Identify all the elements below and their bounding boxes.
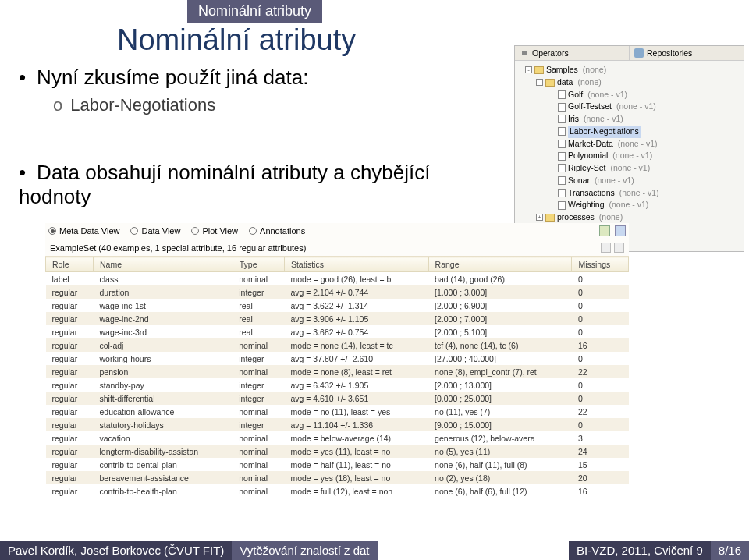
tree-item[interactable]: +processes(none): [516, 211, 742, 224]
grid-icon[interactable]: [601, 243, 611, 253]
table-cell: nominal: [233, 405, 284, 418]
table-row[interactable]: regularshift-differentialintegeravg = 4.…: [46, 392, 629, 405]
tree-item[interactable]: Sonar(none - v1): [516, 175, 742, 187]
table-row[interactable]: regulardurationintegeravg = 2.104 +/- 0.…: [46, 285, 629, 299]
table-cell: 0: [572, 312, 629, 325]
table-cell: regular: [46, 484, 94, 498]
table-cell: mode = none (14), least = tc: [284, 338, 428, 352]
table-cell: [9.000 ; 15.000]: [428, 418, 572, 431]
toolbar-icon[interactable]: [615, 225, 626, 236]
tree-item[interactable]: Iris(none - v1): [516, 113, 742, 126]
tree-item[interactable]: Labor-Negotiations: [516, 126, 742, 138]
radio-icon: [191, 227, 199, 235]
sub-bullet-1: oLabor-Negotiations: [53, 95, 215, 115]
chevron-down-icon[interactable]: [614, 243, 624, 253]
table-cell: integer: [233, 418, 284, 431]
tree-item-detail: (none - v1): [610, 162, 650, 175]
tab-repositories[interactable]: Repositories: [629, 46, 744, 60]
table-cell: integer: [233, 352, 284, 365]
expand-toggle[interactable]: +: [536, 214, 543, 221]
table-cell: nominal: [233, 484, 284, 498]
table-cell: regular: [46, 445, 94, 458]
table-cell: wage-inc-1st: [94, 299, 233, 312]
table-row[interactable]: regularwage-inc-1strealavg = 3.622 +/- 1…: [46, 299, 629, 312]
table-row[interactable]: regularstandby-payintegeravg = 6.432 +/-…: [46, 378, 629, 392]
repository-panel: Operators Repositories -Samples(none)-da…: [514, 45, 744, 252]
tree-item[interactable]: Golf(none - v1): [516, 89, 742, 101]
folder-icon: [534, 66, 544, 74]
example-set-info-row: ExampleSet (40 examples, 1 special attri…: [45, 239, 629, 257]
expand-toggle[interactable]: -: [536, 79, 543, 86]
column-header[interactable]: Range: [428, 257, 572, 272]
table-cell: label: [46, 272, 94, 286]
toolbar-icon[interactable]: [599, 225, 610, 236]
table-cell: nominal: [233, 458, 284, 471]
tree-item-detail: (none - v1): [609, 199, 649, 211]
table-row[interactable]: regulareducation-allowancenominalmode = …: [46, 405, 629, 418]
table-cell: no (5), yes (11): [428, 445, 572, 458]
table-cell: tcf (4), none (14), tc (6): [428, 338, 572, 352]
table-cell: regular: [46, 471, 94, 484]
table-row[interactable]: regularworking-hoursintegeravg = 37.807 …: [46, 352, 629, 365]
tree-item[interactable]: Transactions(none - v1): [516, 187, 742, 200]
tree-item-name: Transactions: [568, 187, 615, 200]
tree-item[interactable]: Weighting(none - v1): [516, 199, 742, 211]
tree-item[interactable]: -data(none): [516, 76, 742, 89]
table-row[interactable]: regularvacationnominalmode = below-avera…: [46, 431, 629, 445]
column-header[interactable]: Name: [94, 257, 233, 272]
footer-page: 8/16: [711, 541, 749, 560]
table-row[interactable]: regularwage-inc-3rdrealavg = 3.682 +/- 0…: [46, 325, 629, 338]
expand-toggle[interactable]: -: [525, 66, 532, 73]
table-cell: regular: [46, 312, 94, 325]
table-row[interactable]: regularcontrib-to-dental-plannominalmode…: [46, 458, 629, 471]
tree-item-name: Polynomial: [568, 150, 608, 162]
meta-data-panel: Meta Data ViewData ViewPlot ViewAnnotati…: [45, 223, 629, 498]
table-cell: 22: [572, 365, 629, 378]
view-option[interactable]: Plot View: [191, 226, 238, 236]
view-option[interactable]: Annotations: [249, 226, 305, 236]
table-row[interactable]: regularpensionnominalmode = none (8), le…: [46, 365, 629, 378]
tab-operators[interactable]: Operators: [515, 46, 629, 60]
view-option[interactable]: Meta Data View: [48, 226, 119, 236]
table-row[interactable]: labelclassnominalmode = good (26), least…: [46, 272, 629, 286]
table-cell: none (6), half (11), full (8): [428, 458, 572, 471]
table-cell: regular: [46, 365, 94, 378]
column-header[interactable]: Statistics: [284, 257, 428, 272]
tree-item-detail: (none - v1): [619, 187, 659, 200]
tree-item[interactable]: -Samples(none): [516, 64, 742, 76]
tree-item[interactable]: Polynomial(none - v1): [516, 150, 742, 162]
footer-course: Vytěžování znalostí z dat: [232, 541, 377, 560]
example-set-info: ExampleSet (40 examples, 1 special attri…: [50, 243, 306, 253]
table-row[interactable]: regularcontrib-to-health-plannominalmode…: [46, 484, 629, 498]
tab-operators-label: Operators: [532, 48, 569, 58]
table-cell: 15: [572, 458, 629, 471]
tree-item[interactable]: Golf-Testset(none - v1): [516, 101, 742, 113]
file-icon: [558, 201, 566, 210]
table-cell: regular: [46, 378, 94, 392]
column-header[interactable]: Type: [233, 257, 284, 272]
view-option[interactable]: Data View: [130, 226, 180, 236]
table-row[interactable]: regularwage-inc-2ndrealavg = 3.906 +/- 1…: [46, 312, 629, 325]
table-cell: integer: [233, 285, 284, 299]
column-header[interactable]: Missings: [572, 257, 629, 272]
tree-item-name: Golf: [568, 89, 583, 101]
sub-bullet-text: Labor-Negotiations: [70, 95, 215, 115]
table-cell: no (11), yes (7): [428, 405, 572, 418]
column-header[interactable]: Role: [46, 257, 94, 272]
tree-item[interactable]: Ripley-Set(none - v1): [516, 162, 742, 175]
table-row[interactable]: regularlongterm-disability-assistannomin…: [46, 445, 629, 458]
table-cell: avg = 2.104 +/- 0.744: [284, 285, 428, 299]
table-cell: [2.000 ; 13.000]: [428, 378, 572, 392]
table-cell: vacation: [94, 431, 233, 445]
tab-repositories-label: Repositories: [647, 48, 692, 58]
table-cell: mode = no (11), least = yes: [284, 405, 428, 418]
table-cell: [2.000 ; 5.100]: [428, 325, 572, 338]
table-row[interactable]: regularstatutory-holidaysintegeravg = 11…: [46, 418, 629, 431]
tree-item-name: Golf-Testset: [568, 101, 612, 113]
repo-tabs: Operators Repositories: [515, 46, 744, 61]
table-cell: pension: [94, 365, 233, 378]
table-row[interactable]: regularbereavement-assistancenominalmode…: [46, 471, 629, 484]
table-cell: wage-inc-3rd: [94, 325, 233, 338]
tree-item[interactable]: Market-Data(none - v1): [516, 138, 742, 151]
table-row[interactable]: regularcol-adjnominalmode = none (14), l…: [46, 338, 629, 352]
